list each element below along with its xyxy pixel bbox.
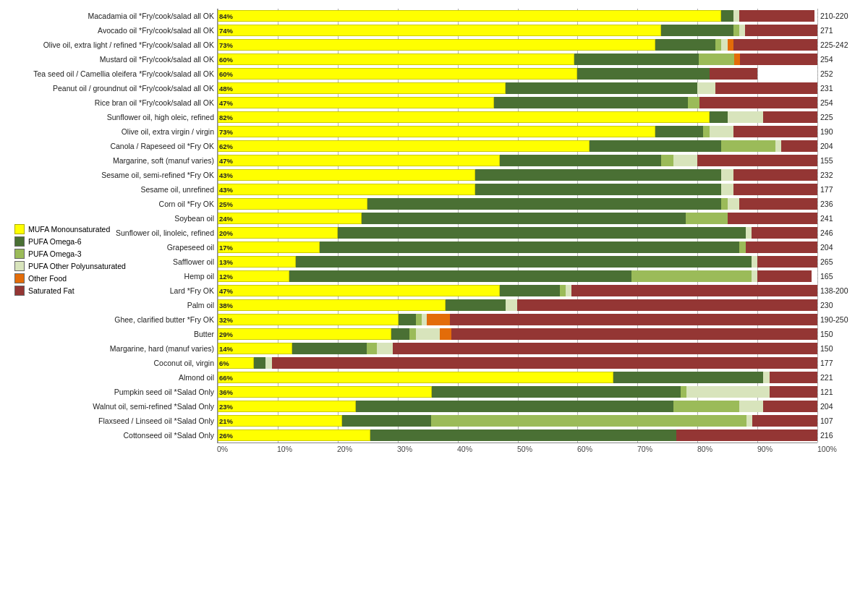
bar-segment <box>733 25 739 36</box>
bar-track: 20% <box>218 227 817 239</box>
bar-pct-label: 21% <box>219 417 233 425</box>
bar-segment <box>763 401 817 412</box>
bar-segment <box>739 10 814 22</box>
bar-pct-label: 24% <box>219 215 233 223</box>
bar-segment <box>728 198 740 210</box>
bar-pct-label: 84% <box>219 12 233 20</box>
bar-segment <box>218 155 500 166</box>
bar-segment <box>393 343 817 354</box>
smoke-label: 225 <box>820 110 861 124</box>
smoke-label: 204 <box>820 240 861 255</box>
bar-segment <box>733 10 739 22</box>
bar-segment <box>218 169 475 181</box>
bar-row: 32% <box>218 312 817 327</box>
bar-segment <box>688 97 699 108</box>
bar-segment <box>721 169 733 181</box>
bar-segment <box>422 314 427 325</box>
smoke-label: 177 <box>820 356 861 370</box>
bar-segment <box>432 386 681 398</box>
bar-pct-label: 73% <box>219 41 233 49</box>
bar-row: 60% <box>218 52 817 67</box>
bar-segment <box>697 155 817 166</box>
bar-segment <box>338 227 746 239</box>
legend-item: PUFA Omega-6 <box>14 236 126 247</box>
bar-segment <box>631 270 752 282</box>
y-label: Pumpkin seed oil *Salad Only <box>114 385 214 399</box>
bar-segment <box>733 169 817 181</box>
bar-row: 38% <box>218 298 817 312</box>
bar-pct-label: 43% <box>219 171 233 179</box>
bar-pct-label: 47% <box>219 287 233 295</box>
bar-track: 23% <box>218 401 817 412</box>
bar-row: 62% <box>218 139 817 153</box>
bar-segment <box>752 256 757 268</box>
bar-segment <box>699 54 734 65</box>
bar-segment <box>506 82 697 94</box>
bar-row: 29% <box>218 327 817 341</box>
bar-pct-label: 36% <box>219 388 233 396</box>
bar-segment <box>431 415 746 427</box>
y-label: Sesame oil, semi-refined *Fry OK <box>101 168 214 182</box>
bar-segment <box>566 285 571 296</box>
legend-label: Saturated Fat <box>28 286 75 295</box>
legend-swatch <box>14 273 25 283</box>
legend-swatch <box>14 224 25 234</box>
bar-segment <box>446 299 506 311</box>
bar-segment <box>673 401 739 412</box>
bar-segment <box>289 270 631 282</box>
bar-segment <box>734 54 740 65</box>
bar-segment <box>739 198 817 210</box>
y-label: Lard *Fry OK <box>170 283 214 298</box>
bar-segment <box>577 68 709 80</box>
bar-track: 47% <box>218 97 817 108</box>
legend-item: Other Food <box>14 273 126 283</box>
bar-segment <box>440 328 452 340</box>
legend-swatch <box>14 261 25 271</box>
bar-segment <box>775 140 781 152</box>
bar-pct-label: 82% <box>219 114 233 121</box>
bar-segment <box>218 386 432 398</box>
bar-segment <box>218 328 391 340</box>
bar-segment <box>500 155 662 166</box>
smoke-label: 221 <box>820 370 861 385</box>
bar-segment <box>740 54 817 65</box>
bar-pct-label: 29% <box>219 330 233 338</box>
bar-row: 20% <box>218 226 817 240</box>
legend-label: Other Food <box>28 274 67 283</box>
smoke-label: 231 <box>820 81 861 95</box>
bar-row: 66% <box>218 370 817 385</box>
legend-item: Saturated Fat <box>14 286 126 296</box>
bar-segment <box>296 256 752 268</box>
bar-segment <box>218 372 613 383</box>
bar-segment <box>746 241 817 253</box>
bar-segment <box>218 126 655 137</box>
smoke-label: 204 <box>820 139 861 153</box>
smoke-label: 150 <box>820 327 861 341</box>
bar-segment <box>728 111 764 123</box>
y-label: Safflower oil <box>173 255 214 269</box>
bar-segment <box>655 39 715 51</box>
bar-segment <box>370 429 676 441</box>
bar-track: 6% <box>218 357 817 369</box>
bar-segment <box>752 227 817 239</box>
bar-row: 6% <box>218 356 817 370</box>
bar-row: 47% <box>218 153 817 168</box>
smoke-label: 241 <box>820 211 861 226</box>
bar-segment <box>699 97 817 108</box>
bar-track: 74% <box>218 25 817 36</box>
bar-track: 36% <box>218 386 817 398</box>
bar-segment <box>661 25 733 36</box>
bar-track: 21% <box>218 415 817 427</box>
bar-segment <box>715 39 721 51</box>
bar-pct-label: 60% <box>219 70 233 78</box>
legend-swatch <box>14 249 25 259</box>
bar-segment <box>721 140 775 152</box>
bar-segment <box>721 184 733 195</box>
bar-track: 47% <box>218 285 817 296</box>
bar-segment <box>416 314 422 325</box>
smoke-label: 121 <box>820 385 861 399</box>
bar-track: 62% <box>218 140 817 152</box>
bar-pct-label: 66% <box>219 374 233 382</box>
bar-segment <box>770 386 817 398</box>
bar-segment <box>517 299 817 311</box>
